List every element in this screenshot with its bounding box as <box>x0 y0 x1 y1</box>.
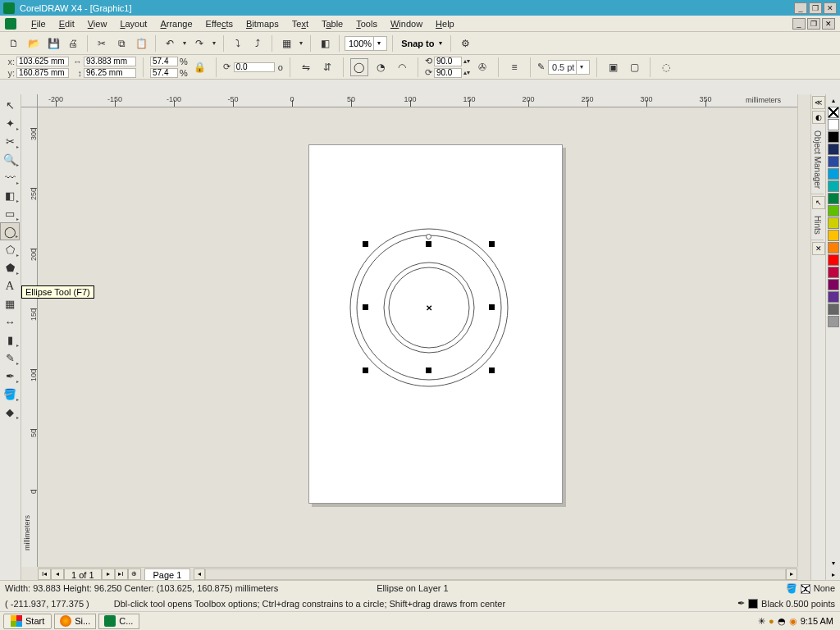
table-tool[interactable]: ▦ <box>0 294 20 313</box>
taskbar-coreldraw[interactable]: C... <box>98 614 139 629</box>
import-button[interactable]: ⤵ <box>229 34 247 52</box>
menu-effects[interactable]: Effects <box>199 16 240 32</box>
width-input[interactable] <box>84 57 136 66</box>
redo-button[interactable]: ↷ <box>190 34 208 52</box>
cut-button[interactable]: ✂ <box>93 34 111 52</box>
text-tool[interactable]: A <box>0 276 20 294</box>
mirror-v-button[interactable]: ⇵ <box>318 58 336 76</box>
last-page-button[interactable]: ▸I <box>115 568 128 580</box>
color-swatch[interactable] <box>828 193 839 204</box>
chevron-down-icon[interactable]: ▾ <box>373 37 383 50</box>
restore-button[interactable]: ❐ <box>809 2 822 14</box>
menu-file[interactable]: File <box>25 16 52 32</box>
color-swatch[interactable] <box>828 267 839 278</box>
zoom-tool[interactable]: 🔍▸ <box>0 150 20 168</box>
mdi-minimize-button[interactable]: _ <box>792 18 806 30</box>
menu-edit[interactable]: Edit <box>52 16 81 32</box>
horizontal-ruler[interactable]: millimeters -200-150-100-500501001502002… <box>38 94 797 107</box>
prev-page-button[interactable]: ◂ <box>51 568 64 580</box>
ruler-origin[interactable] <box>21 94 38 107</box>
drawing-canvas[interactable]: ✕ <box>38 107 797 567</box>
page-tab[interactable]: Page 1 <box>144 568 191 580</box>
vertical-scrollbar[interactable] <box>797 94 810 567</box>
spinner-icon[interactable]: ▴▾ <box>463 57 470 65</box>
undo-button[interactable]: ↶ <box>161 34 179 52</box>
spinner-icon[interactable]: ▴▾ <box>463 69 470 76</box>
selection-handle-t[interactable] <box>426 241 431 247</box>
fill-swatch[interactable] <box>801 584 810 594</box>
convert-curves-button[interactable]: ◌ <box>657 58 675 76</box>
outline-width-field[interactable]: 0.5 pt ▾ <box>548 60 591 75</box>
color-swatch[interactable] <box>828 291 839 303</box>
tray-icon[interactable]: ◓ <box>778 616 786 627</box>
color-swatch[interactable] <box>828 230 839 241</box>
docker-expand-button[interactable]: ≪ <box>812 96 825 109</box>
ellipse-start-node[interactable] <box>426 234 431 240</box>
menu-table[interactable]: Table <box>315 16 349 32</box>
hints-tab[interactable]: Hints <box>811 211 824 240</box>
color-swatch[interactable] <box>828 279 839 290</box>
interactive-fill-tool[interactable]: ◆▸ <box>0 403 20 421</box>
color-swatch[interactable] <box>828 156 839 167</box>
chevron-down-icon[interactable]: ▾ <box>576 61 586 74</box>
save-button[interactable]: 💾 <box>44 34 62 52</box>
wrap-paragraph-button[interactable]: ≡ <box>505 58 523 76</box>
palette-scroll-up[interactable]: ▴ <box>828 94 839 106</box>
color-swatch[interactable] <box>828 316 839 327</box>
color-swatch[interactable] <box>828 131 839 143</box>
scale-y-input[interactable] <box>150 68 178 78</box>
snap-field[interactable]: Snap to ▾ <box>398 36 445 51</box>
copy-button[interactable]: ⧉ <box>112 34 130 52</box>
add-page-button[interactable]: ⊕ <box>128 568 141 580</box>
redo-dropdown[interactable]: ▾ <box>210 34 218 52</box>
swap-direction-button[interactable]: ✇ <box>473 58 491 76</box>
palette-flyout-button[interactable]: ▸ <box>828 568 839 580</box>
to-back-button[interactable]: ▢ <box>625 58 643 76</box>
eyedropper-tool[interactable]: ✎▸ <box>0 349 20 367</box>
paste-button[interactable]: 📋 <box>132 34 150 52</box>
smart-fill-tool[interactable]: ◧▸ <box>0 186 20 204</box>
menu-view[interactable]: View <box>81 16 114 32</box>
horizontal-scrollbar[interactable]: ◂▸ <box>194 568 797 580</box>
menu-layout[interactable]: Layout <box>113 16 153 32</box>
vertical-ruler[interactable]: millimeters 300250200150100500 <box>21 107 38 567</box>
selection-handle-br[interactable] <box>489 368 495 373</box>
no-fill-swatch[interactable] <box>828 107 839 118</box>
options-button[interactable]: ⚙ <box>456 34 474 52</box>
color-swatch[interactable] <box>828 144 839 155</box>
dimension-tool[interactable]: ↔ <box>0 313 20 331</box>
color-swatch[interactable] <box>828 304 839 315</box>
tray-icon[interactable]: ✳ <box>758 616 765 627</box>
chevron-down-icon[interactable]: ▾ <box>439 39 442 47</box>
color-swatch[interactable] <box>828 119 839 130</box>
arc-mode-button[interactable]: ◠ <box>393 58 411 76</box>
minimize-button[interactable]: _ <box>794 2 807 14</box>
rectangle-tool[interactable]: ▭▸ <box>0 204 20 222</box>
selection-handle-b[interactable] <box>426 368 431 373</box>
selection-handle-bl[interactable] <box>363 368 368 373</box>
start-button[interactable]: Start <box>3 614 52 629</box>
taskbar-firefox[interactable]: Si... <box>54 614 96 629</box>
menu-window[interactable]: Window <box>384 16 429 32</box>
to-front-button[interactable]: ▣ <box>604 58 622 76</box>
pie-mode-button[interactable]: ◔ <box>372 58 390 76</box>
zoom-field[interactable]: 100% ▾ <box>345 36 387 51</box>
docker-flyout-button[interactable]: ◐ <box>812 111 825 124</box>
next-page-button[interactable]: ▸ <box>102 568 115 580</box>
tray-icon[interactable]: ◉ <box>789 616 797 627</box>
menu-bitmaps[interactable]: Bitmaps <box>240 16 285 32</box>
mdi-restore-button[interactable]: ❐ <box>807 18 820 30</box>
menu-help[interactable]: Help <box>429 16 461 32</box>
selection-handle-tl[interactable] <box>363 241 368 247</box>
selection-handle-r[interactable] <box>489 304 495 310</box>
first-page-button[interactable]: I◂ <box>38 568 51 580</box>
color-swatch[interactable] <box>828 205 839 217</box>
color-swatch[interactable] <box>828 168 839 180</box>
welcome-button[interactable]: ◧ <box>316 34 334 52</box>
selection-center[interactable]: ✕ <box>426 304 432 313</box>
shape-tool[interactable]: ✦▸ <box>0 114 20 132</box>
close-button[interactable]: ✕ <box>824 2 837 14</box>
ellipse-tool[interactable]: ◯▸ <box>0 222 20 240</box>
undo-dropdown[interactable]: ▾ <box>180 34 189 52</box>
menu-arrange[interactable]: Arrange <box>153 16 199 32</box>
